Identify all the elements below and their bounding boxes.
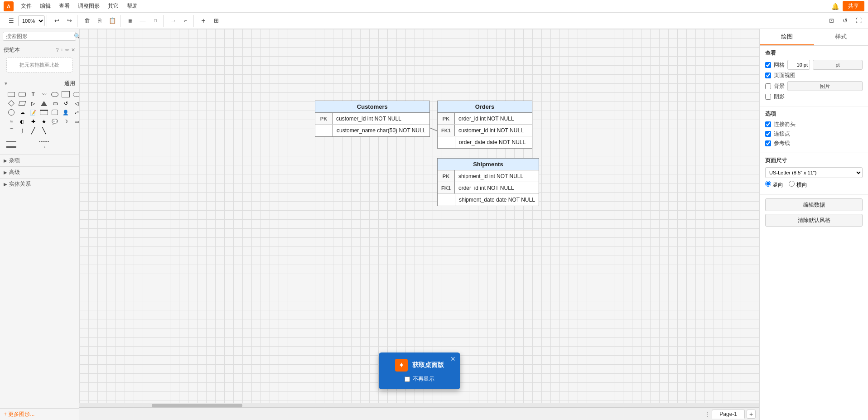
share-button[interactable]: 共享 xyxy=(843,1,864,11)
shape-rect3[interactable] xyxy=(6,108,16,116)
shape-wave[interactable]: ≈ xyxy=(6,117,16,126)
insert-button[interactable]: + xyxy=(198,15,209,27)
shape-callout[interactable]: 💬 xyxy=(50,117,60,126)
grid-checkbox[interactable] xyxy=(765,62,771,68)
shape-arrow-l[interactable]: ◁ xyxy=(72,99,79,107)
clear-style-button[interactable]: 清除默认风格 xyxy=(765,214,863,227)
popup-checkbox[interactable] xyxy=(405,377,410,382)
grid-unit-button[interactable]: pt xyxy=(813,60,863,70)
app-logo[interactable]: A xyxy=(4,1,14,11)
shape-cross[interactable]: ✚ xyxy=(28,117,38,126)
connection-points-checkbox[interactable] xyxy=(765,131,771,137)
stroke-button[interactable]: — xyxy=(137,15,149,27)
shadow-button[interactable]: □ xyxy=(149,15,161,27)
misc-section[interactable]: ▶ 杂项 xyxy=(0,154,79,166)
notification-bell-icon[interactable]: 🔔 xyxy=(831,3,839,10)
h-scrollbar[interactable] xyxy=(79,403,759,407)
copy-button[interactable]: ⎘ xyxy=(94,15,106,27)
search-input[interactable] xyxy=(6,33,74,39)
shape-para[interactable] xyxy=(17,99,27,107)
sidebar-toggle-button[interactable]: ☰ xyxy=(5,15,17,27)
page-tab-1[interactable]: Page-1 xyxy=(712,410,745,419)
general-header[interactable]: ▼ 通用 xyxy=(4,79,75,88)
shape-loop[interactable]: ↺ xyxy=(61,99,71,107)
shape-tri[interactable] xyxy=(39,99,49,107)
h-scrollbar-thumb[interactable] xyxy=(152,404,242,407)
tab-drawing[interactable]: 绘图 xyxy=(760,29,814,45)
shape-rect2[interactable] xyxy=(61,90,71,98)
popup-close-button[interactable]: ✕ xyxy=(450,355,456,362)
shape-rect-r2[interactable] xyxy=(72,90,79,98)
page-menu-icon[interactable]: ⋮ xyxy=(704,411,710,417)
shape-cylinder[interactable]: 🗃 xyxy=(50,99,60,107)
reference-checkbox[interactable] xyxy=(765,140,771,146)
more-shapes[interactable]: + 更多图形... xyxy=(0,408,79,420)
menu-other[interactable]: 其它 xyxy=(104,1,122,11)
shape-thickline[interactable] xyxy=(6,143,16,151)
shape-people[interactable]: 👤 xyxy=(61,108,71,116)
customers-table[interactable]: Customers PK customer_id int NOT NULL cu… xyxy=(315,101,430,137)
shape-ellipse[interactable] xyxy=(50,90,60,98)
orders-table[interactable]: Orders PK order_id int NOT NULL FK1 cust… xyxy=(437,101,532,149)
shape-cyl2[interactable] xyxy=(50,108,60,116)
redo-button[interactable]: ↪ xyxy=(63,15,75,27)
grid-value-input[interactable] xyxy=(787,60,810,70)
add-icon[interactable]: + xyxy=(61,47,63,53)
shape-crescent[interactable]: ☽ xyxy=(61,117,71,126)
favorites-header[interactable]: 便笔本 ? + ✏ ✕ xyxy=(4,45,75,55)
fit-page-button[interactable]: ⊡ xyxy=(825,15,837,27)
bg-checkbox[interactable] xyxy=(765,83,771,89)
shape-cloud[interactable]: ☁ xyxy=(17,108,27,116)
shape-arrows2[interactable]: ⇌ xyxy=(72,108,79,116)
zoom-select[interactable]: 100% xyxy=(18,15,45,26)
question-icon[interactable]: ? xyxy=(56,47,58,53)
shape-line[interactable]: ╱ xyxy=(28,126,38,135)
shape-rect-rounded[interactable] xyxy=(17,90,27,98)
edit-icon[interactable]: ✏ xyxy=(65,47,69,53)
shape-dbl-rect[interactable] xyxy=(39,108,49,116)
shape-note[interactable]: 📝 xyxy=(28,108,38,116)
shape-curve[interactable]: ⌒ xyxy=(6,126,16,135)
shape-star[interactable]: ★ xyxy=(39,117,49,126)
page-size-select[interactable]: US-Letter (8.5" x 11") xyxy=(765,167,863,178)
add-page-button[interactable]: + xyxy=(747,410,756,419)
edit-data-button[interactable]: 编辑数据 xyxy=(765,198,863,211)
bg-photo-button[interactable]: 图片 xyxy=(787,81,863,91)
shape-dline[interactable]: ╲ xyxy=(39,126,49,135)
shape-rect[interactable] xyxy=(6,90,16,98)
drag-drop-area[interactable]: 把元素拖拽至此处 xyxy=(6,58,72,72)
menu-view[interactable]: 查看 xyxy=(55,1,73,11)
advanced-section[interactable]: ▶ 高级 xyxy=(0,166,79,178)
menu-help[interactable]: 帮助 xyxy=(123,1,141,11)
tab-style[interactable]: 样式 xyxy=(814,29,868,45)
menu-edit[interactable]: 编辑 xyxy=(36,1,54,11)
connector-button[interactable]: → xyxy=(167,15,179,27)
fill-button[interactable]: ▦ xyxy=(124,15,136,27)
shadow-checkbox[interactable] xyxy=(765,94,771,100)
shipments-table[interactable]: Shipments PK shipment_id int NOT NULL FK… xyxy=(437,158,539,206)
shape-text[interactable]: T xyxy=(28,90,38,98)
portrait-radio[interactable] xyxy=(765,181,771,187)
shape-s-curve[interactable]: ∫ xyxy=(17,126,27,135)
waypoint-button[interactable]: ⌐ xyxy=(180,15,192,27)
shape-half-moon[interactable]: ◐ xyxy=(17,117,27,126)
table-button[interactable]: ⊞ xyxy=(210,15,222,27)
menu-file[interactable]: 文件 xyxy=(17,1,35,11)
delete-button[interactable]: 🗑 xyxy=(81,15,93,27)
paste-button[interactable]: 📋 xyxy=(106,15,118,27)
shape-d-rect[interactable]: ▭ xyxy=(72,117,79,126)
shape-diamond[interactable] xyxy=(6,99,16,107)
shape-arrowline[interactable]: → xyxy=(39,143,49,151)
landscape-radio[interactable] xyxy=(789,181,795,187)
undo-button[interactable]: ↩ xyxy=(51,15,63,27)
reset-view-button[interactable]: ↺ xyxy=(839,15,851,27)
shape-arrow-r[interactable]: ▷ xyxy=(28,99,38,107)
menu-format[interactable]: 调整图形 xyxy=(74,1,103,11)
fullscreen-button[interactable]: ⛶ xyxy=(853,15,864,27)
close-icon[interactable]: ✕ xyxy=(71,47,75,53)
connectors-checkbox[interactable] xyxy=(765,121,771,127)
shape-squiggle[interactable]: 〰 xyxy=(39,90,49,98)
canvas-area[interactable]: Customers PK customer_id int NOT NULL cu… xyxy=(79,29,759,420)
entity-section[interactable]: ▶ 实体关系 xyxy=(0,178,79,190)
page-view-checkbox[interactable] xyxy=(765,72,771,78)
